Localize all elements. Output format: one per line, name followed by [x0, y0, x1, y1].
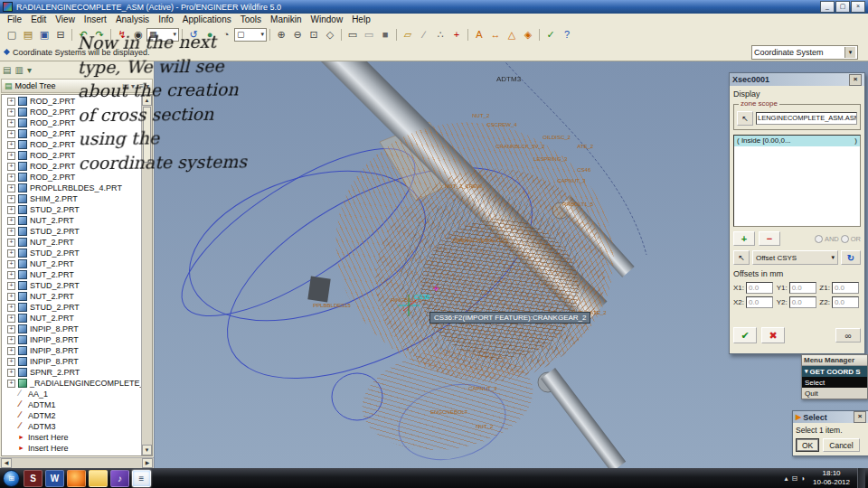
expander-icon[interactable]: +: [7, 239, 15, 247]
tree-item[interactable]: + ROD_2.PRT: [4, 139, 142, 150]
datum-point-toggle-icon[interactable]: ∴: [432, 27, 448, 42]
tree-item[interactable]: + ROD_2.PRT: [4, 117, 142, 128]
expander-icon[interactable]: +: [7, 304, 15, 312]
separator[interactable]: [341, 29, 342, 41]
surface-finish-icon[interactable]: ◈: [520, 27, 536, 42]
expander-icon[interactable]: +: [7, 217, 15, 225]
hidden-line-display-icon[interactable]: ▭: [361, 27, 377, 42]
reorient-icon[interactable]: ◇: [322, 27, 338, 42]
menu-manager-item[interactable]: Select: [802, 377, 867, 388]
expander-icon[interactable]: +: [7, 314, 15, 323]
tree-filter-icon[interactable]: ▤: [3, 65, 11, 75]
maximize-button[interactable]: ▢: [835, 1, 850, 13]
help-icon[interactable]: ?: [559, 27, 575, 42]
tree-item[interactable]: + SHIM_2.PRT: [4, 193, 142, 204]
minimize-button[interactable]: _: [820, 1, 835, 13]
app-media[interactable]: ♪: [110, 470, 129, 487]
tree-item[interactable]: + ROD_2.PRT: [4, 172, 142, 183]
separator[interactable]: [182, 29, 183, 41]
separator[interactable]: [71, 29, 72, 41]
zone-list[interactable]: ( Inside [0.00,0... ): [733, 135, 861, 227]
scroll-right-icon[interactable]: ▶: [142, 458, 153, 468]
close-button[interactable]: ×: [851, 1, 865, 13]
expander-icon[interactable]: +: [7, 130, 15, 138]
tree-item[interactable]: + AA_1: [4, 389, 142, 399]
app-notepad[interactable]: ≡: [132, 470, 151, 487]
expander-icon[interactable]: +: [7, 358, 15, 366]
open-icon[interactable]: ▤: [20, 27, 36, 42]
tree-item[interactable]: + ROD_2.PRT: [4, 128, 142, 139]
wireframe-display-icon[interactable]: ▭: [344, 27, 361, 42]
menu-item[interactable]: Edit: [26, 14, 51, 24]
tree-item[interactable]: + Insert Here: [4, 432, 142, 443]
tree-item[interactable]: + STUD_2.PRT: [4, 248, 142, 258]
tree-vertical-scrollbar[interactable]: ▲ ▼: [141, 95, 152, 455]
shade-icon[interactable]: ●: [202, 27, 218, 42]
tree-item[interactable]: + ADTM2: [4, 410, 142, 421]
tree-horizontal-scrollbar[interactable]: ◀ ▶: [0, 457, 154, 468]
network-icon[interactable]: ⊟: [792, 474, 798, 483]
saved-views-combo[interactable]: ▢: [234, 28, 267, 42]
offset-input[interactable]: 0.0: [746, 296, 773, 308]
menu-item[interactable]: Tools: [236, 14, 266, 24]
expander-icon[interactable]: +: [7, 108, 15, 117]
expander-icon[interactable]: +: [7, 260, 15, 268]
scrollbar-thumb[interactable]: [143, 107, 151, 163]
offset-csys-dropdown[interactable]: Offset CSYS ▾: [752, 250, 838, 265]
undo-icon[interactable]: ↶: [75, 27, 91, 42]
tree-item[interactable]: + Insert Here: [4, 443, 142, 454]
tree-item[interactable]: + NUT_2.PRT: [4, 237, 142, 248]
expander-icon[interactable]: +: [7, 249, 15, 258]
expander-icon[interactable]: +: [7, 98, 15, 106]
select-csys-button[interactable]: ↖: [733, 250, 750, 265]
offset-input[interactable]: 0.0: [746, 282, 773, 294]
expander-icon[interactable]: +: [7, 206, 15, 214]
or-radio[interactable]: [841, 235, 849, 243]
scope-field[interactable]: LENGINECOMPLETE_ASM.ASM: [756, 112, 857, 125]
expander-icon[interactable]: +: [7, 282, 15, 290]
expander-icon[interactable]: +: [7, 336, 15, 344]
confirm-icon[interactable]: ✓: [542, 27, 559, 42]
redo-icon[interactable]: ↷: [91, 27, 108, 42]
confirm-button[interactable]: ✔: [733, 327, 757, 343]
start-button[interactable]: ⊞: [3, 470, 20, 487]
annotation-note-icon[interactable]: A: [471, 27, 487, 42]
scroll-down-icon[interactable]: ▼: [142, 445, 152, 455]
menu-item[interactable]: Window: [307, 14, 348, 24]
menu-item[interactable]: File: [3, 14, 26, 24]
tree-item[interactable]: + NUT_2.PRT: [4, 269, 142, 280]
separator[interactable]: [396, 29, 397, 41]
menu-manager-item[interactable]: GET COORD S: [802, 366, 867, 377]
zone-list-item[interactable]: ( Inside [0.00,0... ): [734, 136, 860, 146]
menu-item[interactable]: View: [51, 14, 80, 24]
menu-item[interactable]: Manikin: [266, 14, 306, 24]
tree-item[interactable]: + STUD_2.PRT: [4, 204, 142, 215]
selection-filter-combo[interactable]: ▦: [146, 28, 179, 42]
tree-item[interactable]: + ADTM1: [4, 399, 142, 410]
menu-item[interactable]: Help: [347, 14, 375, 24]
tree-item[interactable]: + NUT_2.PRT: [4, 313, 142, 324]
select-dialog-titlebar[interactable]: ▶ Select ×: [793, 411, 868, 423]
separator[interactable]: [467, 29, 468, 41]
tree-item[interactable]: + ROD_2.PRT: [4, 96, 142, 107]
show-desktop-button[interactable]: [857, 468, 865, 488]
search-icon[interactable]: ◉: [130, 27, 146, 42]
remove-zone-button[interactable]: −: [759, 231, 780, 246]
zoom-in-icon[interactable]: ⊕: [273, 27, 289, 42]
menu-item[interactable]: Applications: [178, 14, 236, 24]
datum-axis-toggle-icon[interactable]: ∕: [416, 27, 432, 42]
settings-menu-button[interactable]: ≡ ▾: [139, 82, 149, 90]
xsec-dialog-titlebar[interactable]: Xsec0001 ×: [730, 73, 864, 86]
tree-item[interactable]: + INPIP_8.PRT: [4, 334, 142, 345]
shaded-display-icon[interactable]: ■: [377, 27, 393, 42]
tree-item[interactable]: + STUD_2.PRT: [4, 226, 142, 237]
select-scope-button[interactable]: ↖: [737, 111, 753, 126]
spin-icon[interactable]: ◔: [218, 27, 234, 42]
scroll-up-icon[interactable]: ▲: [142, 95, 152, 106]
tree-item[interactable]: + NUT_2.PRT: [4, 215, 142, 226]
print-icon[interactable]: ⊟: [52, 27, 69, 42]
app-word[interactable]: W: [45, 470, 64, 487]
refresh-icon[interactable]: ↻: [841, 250, 861, 265]
expander-icon[interactable]: +: [7, 184, 15, 192]
expander-icon[interactable]: +: [7, 271, 15, 279]
